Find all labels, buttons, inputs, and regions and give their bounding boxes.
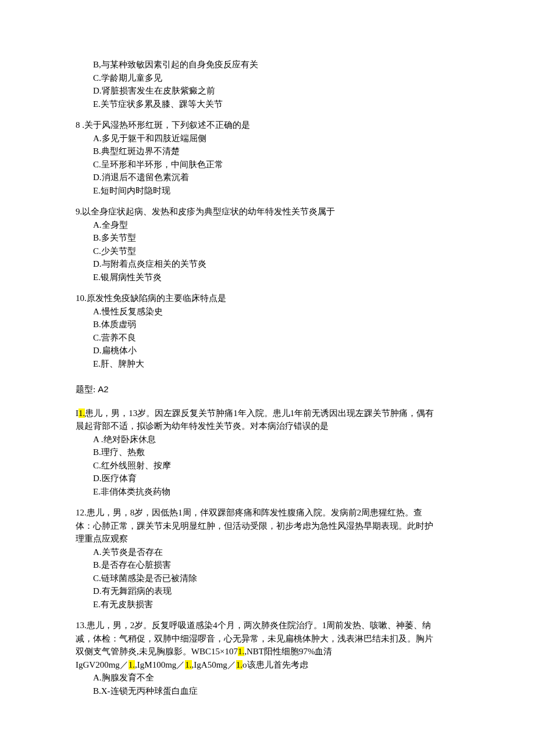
option-c: C.链球菌感染是否已被清除 [93,572,468,585]
option-d: D.有无舞蹈病的表现 [93,585,468,598]
option-b: B.是否存在心脏损害 [93,558,468,572]
highlight-text: 1. [236,660,242,669]
option-b: B,与某种致敏因素引起的自身免疫反应有关 [93,58,468,71]
option-e: E.有无皮肤损害 [93,598,468,611]
question-7-partial: B,与某种致敏因素引起的自身免疫反应有关 C.学龄期儿童多见 D.肾脏损害发生在… [76,58,468,110]
option-c: C.呈环形和半环形，中间肤色正常 [93,158,468,171]
option-d: D.扁桃体小 [93,344,468,357]
stem-text: 患儿，男，13岁。因左踝反复关节肿痛1年入院。患儿1年前无诱因出现左踝关节肿痛，… [85,409,434,418]
option-list: A.慢性反复感染史 B.体质虚弱 C.营养不良 D.扁桃体小 E.肝、脾肿大 [76,305,468,371]
highlight-text: 1. [238,647,244,656]
highlight-number: 1. [79,409,85,418]
stem-text: IgGV200mg／ [76,660,129,669]
question-text: .关于风湿热环形红斑，下列叙述不正确的是 [82,120,250,130]
question-stem-line3: 理重点应观察 [76,532,468,546]
question-9: 9.以全身症状起病、发热和皮疹为典型症状的幼年特发性关节炎属于 A.全身型 B.… [76,205,468,284]
highlight-text: 1. [185,660,191,669]
option-b: B.理疗、热敷 [93,446,468,459]
option-list: A.全身型 B.多关节型 C.少关节型 D.与附着点炎症相关的关节炎 E.银屑病… [76,218,468,284]
question-stem-line2: 体：心肺正常，踝关节未见明显红肿，但活动受限，初步考虑为急性风湿热早期表现。此时… [76,519,468,533]
question-stem: 8 .关于风湿热环形红斑，下列叙述不正确的是 [76,119,468,132]
question-text: 原发性免疫缺陷病的主要临床特点是 [87,293,226,303]
option-a: A.关节炎是否存在 [93,546,468,559]
option-a: A.胸腺发育不全 [93,671,468,685]
highlight-text: 1. [129,660,135,669]
question-number: 9. [76,207,82,216]
question-number: 13. [76,621,87,630]
option-e: E.非俏体类抗炎药物 [93,485,468,499]
option-a: A.慢性反复感染史 [93,305,468,318]
stem-text: 患儿，男，8岁，因低热1周，伴双踝部疼痛和阵发性腹痛入院。发病前2周患猩红热。查 [87,508,423,517]
option-e: E.关节症状多累及膝、踝等大关节 [93,98,468,111]
option-list: B,与某种致敏因素引起的自身免疫反应有关 C.学龄期儿童多见 D.肾脏损害发生在… [76,58,468,110]
option-a: A.多见于躯干和四肢近端屈侧 [93,132,468,145]
option-list: A.胸腺发育不全 B.X-连锁无丙种球蛋白血症 [76,671,468,697]
question-10: 10.原发性免疫缺陷病的主要临床特点是 A.慢性反复感染史 B.体质虚弱 C.营… [76,292,468,370]
section-code: A2 [98,384,108,394]
question-12: 12.患儿，男，8岁，因低热1周，伴双踝部疼痛和阵发性腹痛入院。发病前2周患猩红… [76,506,468,611]
option-c: C.营养不良 [93,331,468,345]
question-number: 10. [76,293,87,303]
question-stem-line2: 晨起背部不适，拟诊断为幼年特发性关节炎。对本病治疗错误的是 [76,420,468,433]
option-e: E.短时间内时隐时现 [93,184,468,198]
question-stem-line1: 13.患儿，男，2岁。反复呼吸道感染4个月，两次肺炎住院治疗。1周前发热、咳嗽、… [76,619,468,632]
question-11: I1.患儿，男，13岁。因左踝反复关节肿痛1年入院。患儿1年前无诱因出现左踝关节… [76,407,468,499]
question-text: 以全身症状起病、发热和皮疹为典型症状的幼年特发性关节炎属于 [82,207,335,216]
option-a: A .绝对卧床休息 [93,433,468,446]
option-b: B.典型红斑边界不清楚 [93,145,468,158]
option-b: B.体质虚弱 [93,318,468,331]
question-stem: 9.以全身症状起病、发热和皮疹为典型症状的幼年特发性关节炎属于 [76,205,468,218]
question-stem-line1: 12.患儿，男，8岁，因低热1周，伴双踝部疼痛和阵发性腹痛入院。发病前2周患猩红… [76,506,468,519]
option-d: D.消退后不遗留色素沉着 [93,171,468,184]
question-stem-line2: 减，体检：气稍促，双肺中细湿啰音，心无异常，未见扁桃体肿大，浅表淋巴结未扪及。胸… [76,632,468,646]
option-c: C.学龄期儿童多见 [93,71,468,85]
option-d: D.肾脏损害发生在皮肤紫癜之前 [93,84,468,98]
question-13: 13.患儿，男，2岁。反复呼吸道感染4个月，两次肺炎住院治疗。1周前发热、咳嗽、… [76,619,468,697]
option-list: A.多见于躯干和四肢近端屈侧 B.典型红斑边界不清楚 C.呈环形和半环形，中间肤… [76,132,468,198]
option-b: B.多关节型 [93,231,468,245]
question-number: 12. [76,508,87,517]
question-number: 8 [76,120,80,130]
option-list: A.关节炎是否存在 B.是否存在心脏损害 C.链球菌感染是否已被清除 D.有无舞… [76,546,468,611]
option-c: C.少关节型 [93,245,468,258]
question-stem: 10.原发性免疫缺陷病的主要临床特点是 [76,292,468,305]
stem-text: ,IgA50mg／ [192,660,236,669]
stem-text: ,IgM100mg／ [135,660,185,669]
question-stem-line1: I1.患儿，男，13岁。因左踝反复关节肿痛1年入院。患儿1年前无诱因出现左踝关节… [76,407,468,420]
option-c: C.红外线照射、按摩 [93,459,468,472]
stem-text: 双侧支气管肺炎,未见胸腺影。WBC15×107 [76,647,238,656]
option-list: A .绝对卧床休息 B.理疗、热敷 C.红外线照射、按摩 D.医疗体育 E.非俏… [76,433,468,499]
document-page: B,与某种致敏因素引起的自身免疫反应有关 C.学龄期儿童多见 D.肾脏损害发生在… [0,0,535,752]
option-e: E.肝、脾肿大 [93,357,468,371]
question-stem-line4: IgGV200mg／1.,IgM100mg／1.,IgA50mg／1.o该患儿首… [76,658,468,672]
stem-text: ,NBT阳性细胞97%血清 [244,647,332,656]
option-a: A.全身型 [93,218,468,232]
option-e: E.银屑病性关节炎 [93,271,468,284]
option-d: D.医疗体育 [93,472,468,485]
section-label: 题型: [76,385,95,394]
option-d: D.与附着点炎症相关的关节炎 [93,257,468,271]
question-stem-line3: 双侧支气管肺炎,未见胸腺影。WBC15×1071.,NBT阳性细胞97%血清 [76,645,468,658]
stem-text: 患儿，男，2岁。反复呼吸道感染4个月，两次肺炎住院治疗。1周前发热、咳嗽、神萎、… [87,621,431,630]
section-header: 题型: A2 [76,383,468,396]
option-b: B.X-连锁无丙种球蛋白血症 [93,685,468,698]
stem-text: o该患儿首先考虑 [242,660,308,669]
question-8: 8 .关于风湿热环形红斑，下列叙述不正确的是 A.多见于躯干和四肢近端屈侧 B.… [76,119,468,197]
